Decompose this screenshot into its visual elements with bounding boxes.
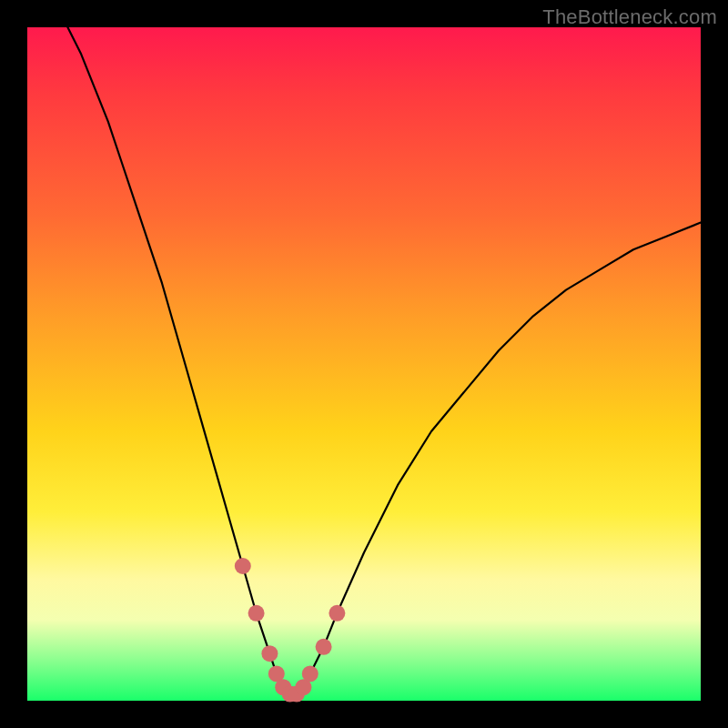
marker-dot	[316, 639, 332, 655]
bottleneck-curve	[67, 27, 701, 694]
marker-dot	[261, 645, 278, 662]
marker-dot	[235, 558, 251, 574]
marker-group	[235, 558, 346, 703]
chart-frame: TheBottleneck.com	[0, 0, 728, 728]
marker-dot	[302, 665, 318, 682]
curve-layer	[27, 27, 701, 701]
plot-area	[27, 27, 701, 701]
marker-dot	[248, 605, 265, 622]
marker-dot	[329, 605, 345, 622]
watermark-text: TheBottleneck.com	[542, 5, 717, 29]
